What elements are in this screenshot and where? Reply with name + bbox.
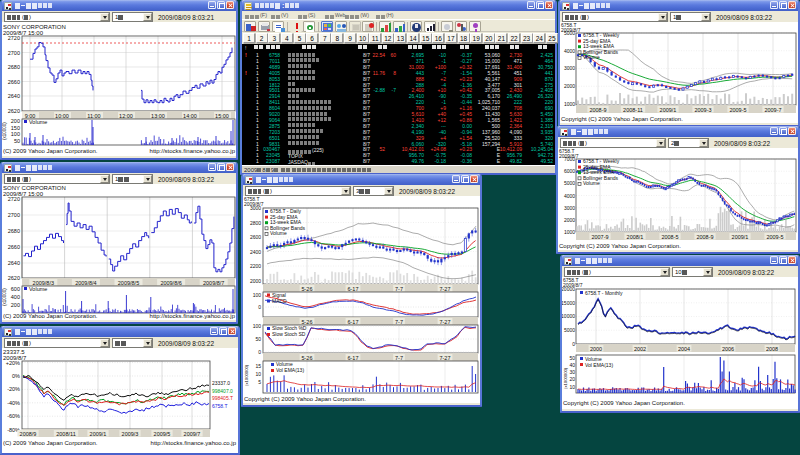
svg-text:2200: 2200 [250, 263, 261, 269]
svg-text:50: 50 [569, 355, 575, 361]
svg-text:11:00: 11:00 [87, 113, 100, 119]
svg-text:20: 20 [569, 376, 575, 382]
svg-text:600: 600 [11, 286, 20, 292]
svg-text:-60%: -60% [7, 413, 20, 419]
svg-text:9:00: 9:00 [25, 113, 36, 119]
svg-text:10000: 10000 [562, 313, 575, 319]
svg-text:15:00: 15:00 [215, 113, 229, 119]
svg-text:2620: 2620 [8, 275, 20, 281]
svg-text:7-27: 7-27 [439, 286, 450, 292]
svg-text:400: 400 [11, 294, 20, 300]
svg-text:200: 200 [11, 302, 20, 308]
svg-text:5-26: 5-26 [301, 355, 312, 361]
svg-text:0%: 0% [12, 373, 20, 379]
svg-text:2008-5: 2008-5 [661, 234, 678, 240]
svg-text:2009/8/7: 2009/8/7 [203, 280, 224, 286]
svg-text:5000: 5000 [564, 327, 575, 333]
svg-text:2009/1: 2009/1 [90, 431, 107, 437]
svg-text:150: 150 [11, 125, 20, 131]
svg-text:2008-9: 2008-9 [589, 107, 606, 113]
svg-text:2009/1: 2009/1 [660, 107, 677, 113]
svg-text:Copyright (C) 2009 Yahoo Japan: Copyright (C) 2009 Yahoo Japan Corporati… [559, 243, 681, 249]
svg-text:Copyright (C) 2009 Yahoo Japan: Copyright (C) 2009 Yahoo Japan Corporati… [563, 400, 685, 406]
svg-text:Vol EMA(13): Vol EMA(13) [276, 367, 304, 373]
svg-text:15: 15 [255, 363, 261, 369]
svg-text:2009/3: 2009/3 [122, 431, 139, 437]
svg-text:2700: 2700 [8, 50, 20, 56]
svg-text:2009/8/3: 2009/8/3 [33, 280, 54, 286]
svg-text:7-27: 7-27 [439, 319, 450, 325]
svg-text:200: 200 [11, 118, 20, 124]
svg-text:100: 100 [11, 131, 20, 137]
svg-text:0: 0 [258, 349, 261, 355]
svg-text:+20%: +20% [6, 360, 20, 366]
svg-text:2640: 2640 [8, 93, 20, 99]
svg-text:2620: 2620 [8, 108, 20, 114]
svg-text:http://stocks.finance.yahoo.co: http://stocks.finance.yahoo.co.jp [151, 440, 237, 446]
svg-text:2660: 2660 [8, 244, 20, 250]
svg-text:1000: 1000 [564, 229, 575, 235]
svg-text:2008: 2008 [766, 346, 778, 352]
svg-text:3000: 3000 [564, 205, 575, 211]
svg-text:Copyright (C) 2009 Yahoo Japan: Copyright (C) 2009 Yahoo Japan Corporati… [561, 116, 683, 122]
svg-text:6000: 6000 [564, 168, 575, 174]
svg-text:(x1000000): (x1000000) [244, 364, 249, 386]
svg-text:2720: 2720 [8, 35, 20, 41]
svg-text:10: 10 [255, 371, 261, 377]
svg-text:2000: 2000 [590, 346, 602, 352]
svg-text:Volume: Volume [583, 54, 600, 60]
svg-text:50: 50 [14, 138, 20, 144]
svg-text:2700: 2700 [8, 212, 20, 218]
svg-text:(C) 2009 Yahoo Japan Corporati: (C) 2009 Yahoo Japan Corporation. [3, 148, 98, 154]
svg-text:2009/1: 2009/1 [732, 234, 749, 240]
svg-text:40: 40 [569, 362, 575, 368]
svg-text:2009/8/4: 2009/8/4 [75, 280, 96, 286]
svg-text:100: 100 [253, 323, 262, 329]
svg-text:-20%: -20% [7, 386, 20, 392]
svg-text:998405.T: 998405.T [212, 395, 233, 401]
svg-text:2680: 2680 [8, 64, 20, 70]
svg-text:998407.0: 998407.0 [212, 388, 233, 394]
svg-text:Slow Stoch SD: Slow Stoch SD [272, 331, 306, 337]
svg-text:2009/5: 2009/5 [154, 431, 171, 437]
svg-text:5000: 5000 [564, 30, 575, 36]
svg-text:2008-9: 2008-9 [696, 234, 713, 240]
svg-text:Vol EMA(13): Vol EMA(13) [585, 362, 613, 368]
svg-text:(C) 2009 Yahoo Japan Corporati: (C) 2009 Yahoo Japan Corporation. [3, 440, 98, 446]
svg-text:2000: 2000 [564, 83, 575, 89]
svg-text:Copyright (C) 2009 Yahoo Japan: Copyright (C) 2009 Yahoo Japan Corporati… [244, 396, 366, 402]
svg-text:5-26: 5-26 [301, 286, 312, 292]
svg-text:0: 0 [572, 341, 575, 347]
svg-text:http://stocks.finance.yahoo.co: http://stocks.finance.yahoo.co.jp [150, 313, 236, 319]
svg-text:4000: 4000 [564, 193, 575, 199]
svg-text:2660: 2660 [8, 79, 20, 85]
svg-text:7-7: 7-7 [395, 355, 403, 361]
svg-text:30: 30 [569, 369, 575, 375]
svg-text:(x10000): (x10000) [2, 288, 7, 306]
svg-text:5: 5 [258, 379, 261, 385]
svg-text:6-17: 6-17 [347, 286, 358, 292]
svg-text:5-26: 5-26 [301, 319, 312, 325]
svg-text:13:00: 13:00 [151, 113, 165, 119]
svg-text:20000: 20000 [562, 286, 575, 292]
svg-text:23337.0: 23337.0 [212, 380, 230, 386]
svg-text:2640: 2640 [8, 260, 20, 266]
svg-text:6758.T: 6758.T [212, 403, 228, 409]
svg-text:6-17: 6-17 [347, 355, 358, 361]
svg-text:5000: 5000 [564, 180, 575, 186]
svg-text:2720: 2720 [8, 196, 20, 202]
svg-text:Volume: Volume [29, 286, 47, 292]
svg-text:2007-9: 2007-9 [591, 234, 608, 240]
svg-text:2009-7: 2009-7 [764, 107, 781, 113]
svg-text:2009-5: 2009-5 [729, 107, 746, 113]
svg-text:50: 50 [255, 336, 261, 342]
svg-text:2006: 2006 [722, 346, 734, 352]
svg-text:10:00: 10:00 [55, 113, 69, 119]
svg-text:7-27: 7-27 [439, 355, 450, 361]
svg-text:http://stocks.finance.yahoo.co: http://stocks.finance.yahoo.co.jp [150, 148, 236, 154]
svg-text:(C) 2009 Yahoo Japan Corporati: (C) 2009 Yahoo Japan Corporation. [3, 313, 98, 319]
svg-text:14:00: 14:00 [183, 113, 197, 119]
svg-text:-40%: -40% [7, 400, 20, 406]
svg-text:(x10000): (x10000) [2, 122, 7, 140]
svg-text:2009/7: 2009/7 [184, 431, 201, 437]
